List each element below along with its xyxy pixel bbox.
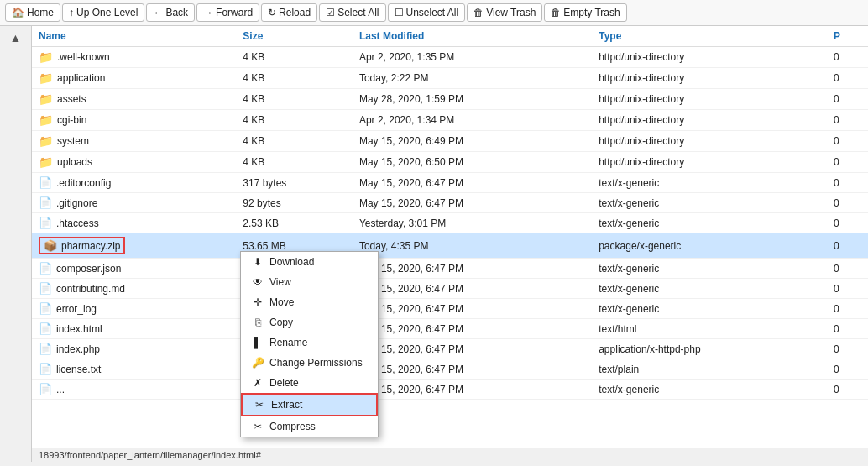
file-name-cell: 📄.gitignore: [32, 193, 236, 213]
file-name: ...: [56, 384, 65, 395]
col-header-p[interactable]: P: [827, 26, 868, 47]
table-row[interactable]: 📄.gitignore92 bytesMay 15, 2020, 6:47 PM…: [32, 193, 868, 213]
file-name-cell: 📄index.html: [32, 319, 236, 339]
file-name: cgi-bin: [57, 114, 86, 126]
file-icon: 📄: [39, 363, 52, 375]
toolbar-btn-view-trash[interactable]: 🗑View Trash: [467, 3, 542, 22]
file-size: 4 KB: [236, 68, 353, 89]
name-wrapper: 📄contributing.md: [39, 282, 229, 295]
file-modified: May 15, 2020, 6:47 PM: [353, 299, 592, 319]
table-row[interactable]: 📄error_log406 bytesMay 15, 2020, 6:47 PM…: [32, 299, 868, 319]
col-header-last-modified[interactable]: Last Modified: [353, 26, 592, 47]
table-row[interactable]: 📄index.php10.3 KBMay 15, 2020, 6:47 PMap…: [32, 339, 868, 359]
file-permissions: 0: [827, 339, 868, 359]
toolbar-btn-up-one-level[interactable]: ↑Up One Level: [62, 3, 144, 22]
file-size: 2.53 KB: [236, 213, 353, 233]
ctx-item-extract[interactable]: ✂Extract: [241, 393, 378, 416]
table-row[interactable]: 📄.htaccess2.53 KBYesterday, 3:01 PMtext/…: [32, 213, 868, 233]
file-name: system: [57, 135, 89, 147]
file-name: .editorconfig: [56, 177, 111, 189]
col-header-type[interactable]: Type: [592, 26, 827, 47]
table-row[interactable]: 📁.well-known4 KBApr 2, 2020, 1:35 PMhttp…: [32, 47, 868, 68]
copy-ctx-label: Copy: [269, 317, 293, 328]
toolbar-btn-unselect-all[interactable]: ☐Unselect All: [388, 3, 466, 22]
download-ctx-icon: ⬇: [251, 256, 264, 268]
select-all-label: Select All: [337, 7, 379, 18]
file-modified: May 15, 2020, 6:47 PM: [353, 359, 592, 380]
view-trash-label: View Trash: [486, 7, 536, 18]
table-row[interactable]: 📄contributing.md6.35 KBMay 15, 2020, 6:4…: [32, 279, 868, 299]
up-one-level-label: Up One Level: [76, 7, 138, 18]
file-name-cell: 📄.htaccess: [32, 213, 236, 233]
ctx-item-view[interactable]: 👁View: [241, 272, 378, 292]
table-row[interactable]: 📄...2.29 KBMay 15, 2020, 6:47 PMtext/x-g…: [32, 380, 868, 400]
file-name-cell: 📦pharmacy.zip: [32, 233, 236, 259]
file-modified: May 15, 2020, 6:47 PM: [353, 380, 592, 400]
table-row[interactable]: 📁system4 KBMay 15, 2020, 6:49 PMhttpd/un…: [32, 131, 868, 152]
file-table: NameSizeLast ModifiedTypeP 📁.well-known4…: [32, 26, 868, 400]
change-permissions-ctx-label: Change Permissions: [269, 357, 363, 369]
file-size: 92 bytes: [236, 193, 353, 213]
toolbar-btn-select-all[interactable]: ☑Select All: [319, 3, 385, 22]
name-wrapper: 📄composer.json: [39, 262, 229, 275]
home-label: Home: [27, 7, 54, 18]
folder-icon: 📁: [39, 50, 53, 64]
ctx-item-delete[interactable]: ✗Delete: [241, 373, 378, 393]
table-row[interactable]: 📄.editorconfig317 bytesMay 15, 2020, 6:4…: [32, 173, 868, 193]
file-type: text/x-generic: [592, 380, 827, 400]
file-area: NameSizeLast ModifiedTypeP 📁.well-known4…: [32, 26, 868, 462]
toolbar-btn-reload[interactable]: ↻Reload: [261, 3, 317, 22]
back-icon: ←: [153, 7, 163, 18]
file-size: 317 bytes: [236, 173, 353, 193]
reload-icon: ↻: [268, 7, 276, 18]
table-row[interactable]: 📄index.html4.95 KBMay 15, 2020, 6:47 PMt…: [32, 319, 868, 339]
table-row[interactable]: 📁cgi-bin4 KBApr 2, 2020, 1:34 PMhttpd/un…: [32, 110, 868, 131]
file-type: httpd/unix-directory: [592, 152, 827, 173]
file-permissions: 0: [827, 319, 868, 339]
compress-ctx-icon: ✂: [251, 421, 264, 432]
col-header-name[interactable]: Name: [32, 26, 236, 47]
table-row[interactable]: 📁uploads4 KBMay 15, 2020, 6:50 PMhttpd/u…: [32, 152, 868, 173]
file-name: index.php: [56, 343, 100, 355]
file-icon: 📄: [39, 262, 52, 275]
name-wrapper: 📁cgi-bin: [39, 113, 229, 127]
download-ctx-label: Download: [269, 256, 314, 268]
file-type: httpd/unix-directory: [592, 47, 827, 68]
file-type: text/x-generic: [592, 279, 827, 299]
extract-ctx-label: Extract: [271, 399, 302, 411]
col-header-size[interactable]: Size: [236, 26, 353, 47]
name-wrapper: 📁assets: [39, 92, 229, 106]
file-modified: May 15, 2020, 6:47 PM: [353, 173, 592, 193]
file-size: 4 KB: [236, 47, 353, 68]
file-icon: 📄: [39, 217, 52, 229]
ctx-item-download[interactable]: ⬇Download: [241, 252, 378, 272]
ctx-item-compress[interactable]: ✂Compress: [241, 416, 378, 437]
ctx-item-move[interactable]: ✛Move: [241, 292, 378, 312]
file-permissions: 0: [827, 380, 868, 400]
table-row[interactable]: 📄license.txt1.11 KBMay 15, 2020, 6:47 PM…: [32, 359, 868, 380]
ctx-item-copy[interactable]: ⎘Copy: [241, 312, 378, 332]
status-bar: 18993/frontend/paper_lantern/filemanager…: [32, 448, 868, 462]
file-permissions: 0: [827, 279, 868, 299]
toolbar-btn-forward[interactable]: →Forward: [196, 3, 259, 22]
file-type: text/x-generic: [592, 213, 827, 233]
file-type: httpd/unix-directory: [592, 131, 827, 152]
file-icon: 📄: [39, 343, 52, 355]
sidebar-scroll-up[interactable]: ▲: [8, 29, 24, 46]
file-modified: May 15, 2020, 6:47 PM: [353, 319, 592, 339]
toolbar-btn-empty-trash[interactable]: 🗑Empty Trash: [544, 3, 626, 22]
table-row[interactable]: 📦pharmacy.zip53.65 MBToday, 4:35 PMpacka…: [32, 233, 868, 259]
toolbar-btn-back[interactable]: ←Back: [146, 3, 195, 22]
ctx-item-change-permissions[interactable]: 🔑Change Permissions: [241, 353, 378, 373]
file-type: text/x-generic: [592, 173, 827, 193]
table-row[interactable]: 📁application4 KBToday, 2:22 PMhttpd/unix…: [32, 68, 868, 89]
file-modified: May 15, 2020, 6:47 PM: [353, 259, 592, 279]
file-type: application/x-httpd-php: [592, 339, 827, 359]
toolbar-btn-home[interactable]: 🏠Home: [5, 3, 60, 22]
table-row[interactable]: 📁assets4 KBMay 28, 2020, 1:59 PMhttpd/un…: [32, 89, 868, 110]
ctx-item-rename[interactable]: ▌Rename: [241, 332, 378, 353]
copy-ctx-icon: ⎘: [251, 317, 264, 328]
move-ctx-label: Move: [269, 296, 294, 308]
table-row[interactable]: 📄composer.json594 bytesMay 15, 2020, 6:4…: [32, 259, 868, 279]
file-modified: May 15, 2020, 6:49 PM: [353, 131, 592, 152]
